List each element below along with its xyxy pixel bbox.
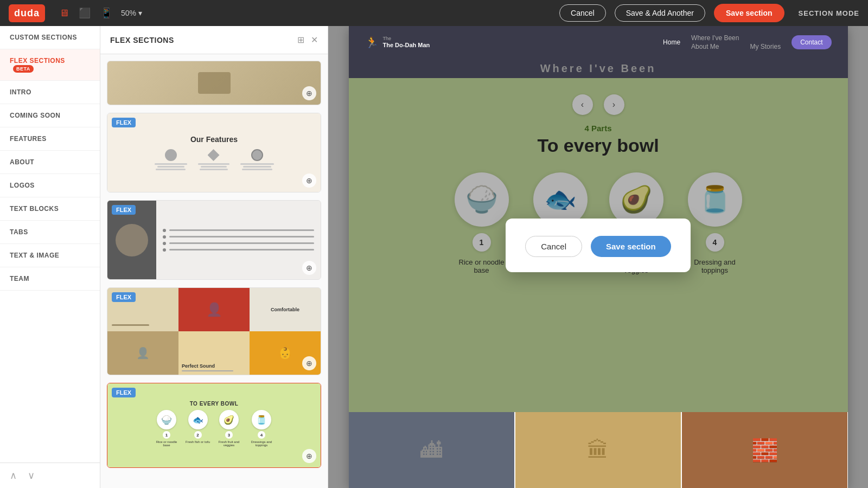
cancel-button[interactable]: Cancel [559, 4, 606, 22]
logo-icon: 🏃 [365, 36, 379, 49]
section-card-photo[interactable]: ⊕ [107, 61, 321, 105]
sections-panel: FLEX SECTIONS ⊞ ✕ ⊕ FLEX Our Features [100, 26, 328, 488]
zoom-value: 50% [121, 9, 136, 17]
section-card-photo-grid[interactable]: FLEX 👤 Comfortable [107, 287, 321, 375]
nav-link-where[interactable]: Where I've Been [691, 34, 739, 42]
card3-cell-4: 👤 [107, 331, 178, 375]
nav-link-about[interactable]: About Me [691, 43, 739, 50]
chevron-down-icon: ▾ [138, 9, 142, 17]
sidebar-item-text-blocks[interactable]: TEXT BLOCKS [0, 197, 100, 221]
sidebar-item-custom-sections[interactable]: CUSTOM SECTIONS [0, 26, 100, 49]
bowl-item-1: 🍚 1 Rice or noodle base [153, 410, 180, 447]
sections-panel-title: FLEX SECTIONS [110, 36, 174, 44]
sidebar-item-intro[interactable]: INTRO [0, 81, 100, 104]
card1-content: Our Features [107, 113, 321, 192]
zoom-icon-5[interactable]: ⊕ [302, 449, 316, 463]
modal-box: Cancel Save section [506, 219, 690, 272]
sidebar-footer: ∧ ∨ [0, 463, 100, 488]
close-icon[interactable]: ✕ [311, 35, 318, 45]
flex-tag-1: FLEX [112, 118, 136, 127]
modal-buttons: Cancel Save section [525, 236, 671, 257]
sidebar-item-features[interactable]: FEATURES [0, 127, 100, 151]
sidebar-item-logos[interactable]: LOGOS [0, 174, 100, 197]
bowl-circle-3: 🥑 [219, 410, 239, 429]
sections-list: ⊕ FLEX Our Features [100, 54, 328, 488]
card2-list-item-3 [163, 242, 314, 245]
duda-logo: duda [9, 4, 45, 22]
bowl-label-2: Fresh fish or tofu [186, 440, 210, 444]
sidebar-item-tabs[interactable]: TABS [0, 221, 100, 244]
chevron-down-icon[interactable]: ∨ [28, 470, 35, 481]
beta-badge: BETA [13, 65, 34, 73]
zoom-selector[interactable]: 50% ▾ [121, 9, 142, 17]
section-card-features[interactable]: FLEX Our Features [107, 113, 321, 192]
zoom-icon-1[interactable]: ⊕ [302, 86, 316, 100]
sidebar-item-flex-sections[interactable]: FLEX SECTIONS BETA [0, 49, 100, 81]
flex-tag-3: FLEX [112, 292, 136, 302]
card4-content: TO EVERY BOWL 🍚 1 Rice or noodle base 🐟 … [107, 383, 321, 467]
device-switcher: 🖥 ⬛ 📱 [59, 7, 112, 19]
save-add-another-button[interactable]: Save & Add Another [615, 4, 705, 22]
bowl-num-4: 4 [258, 431, 265, 439]
card2-list-item-2 [163, 235, 314, 239]
website-preview: 🏃 The The Do-Dah Man Home Where I've Bee… [328, 26, 868, 488]
card3-content: 👤 Comfortable 👤 Perfect Sound [107, 288, 321, 375]
chevron-up-icon[interactable]: ∧ [10, 470, 17, 481]
main-area: CUSTOM SECTIONS FLEX SECTIONS BETA INTRO… [0, 26, 868, 488]
nav-link-stories[interactable]: My Stories [750, 43, 781, 50]
bowl-circle-1: 🍚 [157, 410, 176, 429]
card2-content [107, 201, 321, 279]
tablet-icon[interactable]: ⬛ [79, 7, 91, 19]
card3-comfortable-label: Comfortable [271, 307, 299, 312]
section-card-campaigns[interactable]: FLEX [107, 200, 321, 280]
zoom-icon-2[interactable]: ⊕ [302, 174, 316, 188]
zoom-icon-4[interactable]: ⊕ [302, 356, 316, 370]
preview-nav-links: Home Where I've Been About Me - My Stori… [663, 34, 831, 50]
bowl-num-1: 1 [163, 431, 170, 439]
modal-cancel-button[interactable]: Cancel [525, 236, 582, 257]
card3-cell-2: 👤 [178, 288, 250, 331]
sections-header-icons: ⊞ ✕ [297, 35, 318, 45]
desktop-icon[interactable]: 🖥 [59, 8, 69, 19]
zoom-icon-3[interactable]: ⊕ [302, 261, 316, 275]
top-bar: duda 🖥 ⬛ 📱 50% ▾ Cancel Save & Add Anoth… [0, 0, 868, 26]
card2-product [116, 224, 148, 256]
card1-feature-2 [198, 149, 229, 170]
card4-bowls: 🍚 1 Rice or noodle base 🐟 2 Fresh fish o… [153, 410, 275, 447]
nav-contact-button[interactable]: Contact [792, 35, 831, 49]
card3-cell-3: Comfortable [250, 288, 321, 331]
bowl-circle-4: 🫙 [252, 410, 271, 429]
flex-tag-4: FLEX [112, 388, 136, 397]
card1-title: Our Features [190, 135, 238, 144]
preview-nav: 🏃 The The Do-Dah Man Home Where I've Bee… [349, 26, 848, 59]
bowl-item-2: 🐟 2 Fresh fish or tofu [186, 410, 210, 447]
sidebar-item-team[interactable]: TEAM [0, 267, 100, 291]
save-section-button[interactable]: Save section [714, 4, 784, 22]
card2-list-item-1 [163, 229, 314, 232]
section-card-bowl[interactable]: FLEX TO EVERY BOWL 🍚 1 Rice or noodle ba… [107, 383, 321, 468]
card1-feature-1 [155, 149, 187, 170]
flex-sections-label: FLEX SECTIONS [10, 57, 65, 65]
preview-bottom-img-3: 🧱 [682, 412, 847, 488]
card2-list [156, 201, 321, 279]
bowl-circle-2: 🐟 [188, 410, 208, 429]
sections-header: FLEX SECTIONS ⊞ ✕ [100, 26, 328, 54]
sidebar-item-coming-soon[interactable]: COMING SOON [0, 104, 100, 127]
bowl-num-3: 3 [225, 431, 233, 439]
card1-lines-1 [155, 163, 187, 170]
sidebar-item-text-image[interactable]: TEXT & IMAGE [0, 244, 100, 267]
sidebar-item-about[interactable]: ABOUT [0, 151, 100, 174]
preview-content: ‹ › 4 Parts To every bowl 🍚 [349, 78, 848, 412]
mobile-icon[interactable]: 📱 [100, 7, 112, 19]
grid-icon[interactable]: ⊞ [297, 35, 304, 45]
preview-bottom-img-1: 🏙 [349, 412, 514, 488]
bowl-item-3: 🥑 3 Fresh fruit and veggies [215, 410, 242, 447]
bowl-label-3: Fresh fruit and veggies [215, 440, 242, 447]
nav-link-home[interactable]: Home [663, 38, 680, 46]
card1-features [155, 149, 274, 170]
modal-save-button[interactable]: Save section [591, 236, 671, 257]
preview-frame: 🏃 The The Do-Dah Man Home Where I've Bee… [349, 26, 848, 488]
card1-lines-2 [198, 163, 229, 170]
card2-list-item-4 [163, 248, 314, 252]
sidebar-nav: CUSTOM SECTIONS FLEX SECTIONS BETA INTRO… [0, 26, 100, 488]
